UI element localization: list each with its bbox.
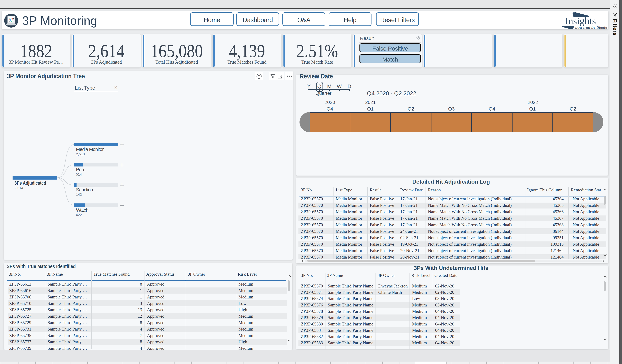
- svg-text:powered by Steele: powered by Steele: [575, 25, 607, 29]
- svg-text:Insights: Insights: [565, 16, 596, 26]
